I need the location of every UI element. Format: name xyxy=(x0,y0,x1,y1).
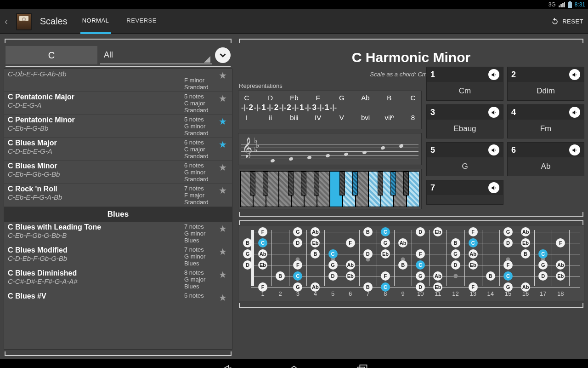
scale-row[interactable]: C Blues #V 5 notes ★ xyxy=(4,291,232,307)
middle-row: Representations CDEbFGAbBC -|-2-|-1-|-2-… xyxy=(238,81,584,209)
mode-tabs: NORMAL REVERSE xyxy=(80,9,158,34)
play-icon[interactable] xyxy=(488,69,499,80)
chord-degree: 5 xyxy=(430,145,435,155)
scale-row[interactable]: C-Db-E-F-G-Ab-Bb F minorStandard ★ xyxy=(4,69,232,92)
chord-card[interactable]: 5G xyxy=(426,142,503,176)
star-icon[interactable]: ★ xyxy=(217,223,228,244)
expand-button[interactable] xyxy=(215,47,231,63)
scale-notes: C-C#-D#-E-F#-G-A-A# xyxy=(8,277,184,285)
reset-icon xyxy=(550,17,560,26)
chord-card[interactable]: 1Cm xyxy=(426,67,503,101)
star-icon[interactable]: ★ xyxy=(217,246,228,267)
scale-meta: 8 notesG majorBlues xyxy=(184,269,217,290)
chord-name: Fm xyxy=(508,120,584,138)
play-icon[interactable] xyxy=(488,144,499,155)
chord-degree: 1 xyxy=(430,70,435,80)
interval-panel[interactable]: CDEbFGAbBC -|-2-|-1-|-2-|-2-|-1-|-3-|-1-… xyxy=(238,91,422,129)
star-icon[interactable]: ★ xyxy=(217,185,228,206)
scale-meta: 5 notesG minorStandard xyxy=(184,116,217,137)
star-icon[interactable]: ★ xyxy=(217,269,228,290)
scale-name: C Blues Major xyxy=(8,139,184,147)
reset-button[interactable]: RESET xyxy=(550,17,583,26)
reset-label: RESET xyxy=(562,18,583,25)
chord-name xyxy=(427,195,503,204)
app-bar: ‹ Scales NORMAL REVERSE RESET xyxy=(0,9,588,34)
chord-card[interactable]: 2Ddim xyxy=(507,67,584,101)
star-icon[interactable]: ★ xyxy=(217,116,228,137)
scale-notes: C-Eb-F-Gb-G-Bb xyxy=(8,170,184,178)
scale-notes: C-D-Eb-E-G-A xyxy=(8,147,184,155)
scale-notes: C-D-Eb-F-Gb-G-Bb xyxy=(8,254,184,262)
app-icon[interactable] xyxy=(16,13,32,30)
scale-row[interactable]: C Pentatonic MinorC-Eb-F-G-Bb 5 notesG m… xyxy=(4,115,232,138)
work-area: C All C-Db-E-F-G-Ab-Bb F minorStandard ★… xyxy=(0,34,588,359)
filter-selector[interactable]: All xyxy=(100,46,212,64)
chord-name: Ebaug xyxy=(427,120,503,138)
chord-name: G xyxy=(427,157,503,176)
android-statusbar: 3G 8:31 xyxy=(0,0,588,9)
back-chevron-icon[interactable]: ‹ xyxy=(5,16,8,27)
scale-row[interactable]: C Blues MinorC-Eb-F-Gb-G-Bb 6 notesG min… xyxy=(4,161,232,184)
bracket-bottom xyxy=(5,351,232,356)
play-icon[interactable] xyxy=(488,182,499,193)
scale-name: C Rock 'n Roll xyxy=(8,185,184,193)
category-header: Blues xyxy=(4,207,232,222)
scale-row[interactable]: C Rock 'n RollC-Eb-E-F-G-A-Bb 7 notesF m… xyxy=(4,184,232,207)
chord-name: Cm xyxy=(427,82,503,100)
chord-degree: 2 xyxy=(511,70,516,80)
star-icon[interactable]: ★ xyxy=(217,93,228,114)
chord-card[interactable]: 7 xyxy=(426,180,503,205)
scale-name: C Pentatonic Major xyxy=(8,93,184,101)
fret-bracket-bottom xyxy=(239,303,583,308)
scale-meta: 5 notesC majorStandard xyxy=(184,93,217,114)
play-icon[interactable] xyxy=(569,144,580,155)
scale-name: C Blues Modified xyxy=(8,246,184,254)
chord-card[interactable]: 4Fm xyxy=(507,104,584,138)
scale-row[interactable]: C Blues ModifiedC-D-Eb-F-Gb-G-Bb 7 notes… xyxy=(4,245,232,268)
scale-degrees-line: IiibiiiIVVbviviiº8 xyxy=(241,114,418,121)
selector-underline xyxy=(6,66,231,67)
scale-row[interactable]: C Blues with Leading ToneC-Eb-F-Gb-G-Bb-… xyxy=(4,222,232,245)
nav-recent-icon[interactable] xyxy=(356,363,368,368)
chord-degree: 3 xyxy=(430,108,435,117)
scale-notes: C-D-E-G-A xyxy=(8,101,184,109)
piano-panel[interactable] xyxy=(238,169,422,209)
scale-row[interactable]: C Blues DiminishedC-C#-D#-E-F#-G-A-A# 8 … xyxy=(4,268,232,291)
scale-meta: 6 notesG minorStandard xyxy=(184,162,217,183)
scale-meta: F minorStandard xyxy=(184,70,217,91)
staff-panel[interactable]: 𝄞 ♭ ♭♭ xyxy=(238,133,422,165)
play-icon[interactable] xyxy=(488,107,499,118)
bracket-top xyxy=(5,39,232,43)
play-icon[interactable] xyxy=(569,107,580,118)
chord-degree: 6 xyxy=(511,145,516,155)
scale-notes: C-Eb-E-F-G-A-Bb xyxy=(8,193,184,201)
tab-reverse[interactable]: REVERSE xyxy=(124,9,158,34)
star-icon[interactable]: ★ xyxy=(217,70,228,91)
nav-home-icon[interactable] xyxy=(288,363,300,368)
star-icon[interactable]: ★ xyxy=(217,162,228,183)
representations-label: Representations xyxy=(239,82,422,89)
scale-meta: 7 notesG minorBlues xyxy=(184,246,217,267)
representations-col: Representations CDEbFGAbBC -|-2-|-1-|-2-… xyxy=(238,81,422,209)
fretboard-section: 123456789101112131415161718FGAbBCDEbFGAb… xyxy=(238,220,584,308)
chevron-down-icon xyxy=(218,50,228,60)
chord-card[interactable]: 3Ebaug xyxy=(426,104,503,138)
scale-meta: 6 notesC majorStandard xyxy=(184,139,217,160)
play-icon[interactable] xyxy=(569,69,580,80)
fretboard-panel[interactable]: 123456789101112131415161718FGAbBCDEbFGAb… xyxy=(238,225,584,301)
page-title: Scales xyxy=(40,16,68,27)
tab-normal[interactable]: NORMAL xyxy=(80,9,111,34)
scale-meta: 5 notes xyxy=(184,292,217,306)
scale-list[interactable]: C-Db-E-F-G-Ab-Bb F minorStandard ★C Pent… xyxy=(4,69,232,350)
star-icon[interactable]: ★ xyxy=(217,139,228,160)
scale-notes: C-Eb-F-G-Bb xyxy=(8,124,184,132)
chord-card[interactable]: 6Ab xyxy=(507,142,584,176)
scale-row[interactable]: C Pentatonic MajorC-D-E-G-A 5 notesC maj… xyxy=(4,92,232,115)
scale-meta: 7 notesG minorBlues xyxy=(184,223,217,244)
nav-back-icon[interactable] xyxy=(220,363,232,368)
scale-notes: C-Db-E-F-G-Ab-Bb xyxy=(8,70,184,78)
root-selector[interactable]: C xyxy=(6,46,97,64)
harmonization-col: Standard harmonization 1Cm2Ddim3Ebaug4Fm… xyxy=(426,81,584,209)
scale-row[interactable]: C Blues MajorC-D-Eb-E-G-A 6 notesC major… xyxy=(4,138,232,161)
star-icon[interactable]: ★ xyxy=(217,292,228,306)
